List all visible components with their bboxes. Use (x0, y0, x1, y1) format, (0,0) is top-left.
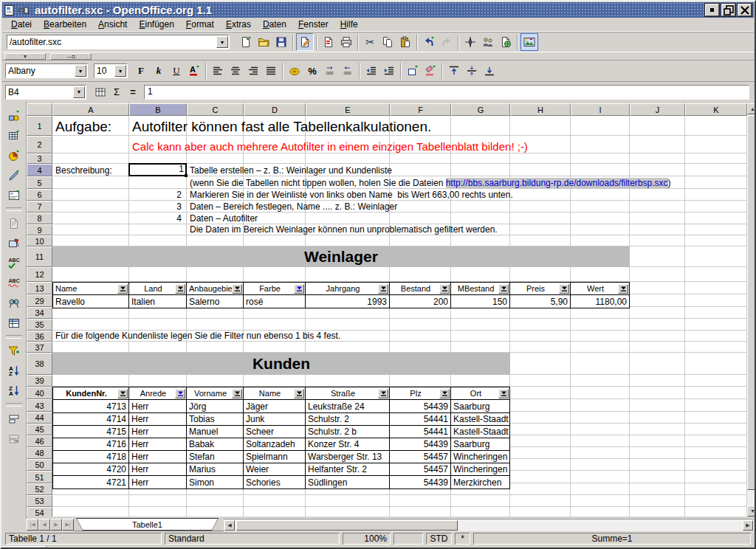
row-header-12[interactable]: 12 (27, 267, 52, 282)
autofilter-dropdown-icon[interactable] (294, 284, 304, 294)
table-cell[interactable]: Wincheringen (450, 463, 510, 476)
cut-icon[interactable]: ✂ (361, 33, 379, 51)
del-decimal-icon[interactable]: .000 (339, 62, 357, 80)
table-cell[interactable]: Herr (128, 450, 187, 463)
menu-hilfe[interactable]: Hilfe (334, 18, 364, 31)
autofilter-dropdown-icon[interactable] (378, 389, 388, 398)
copy-icon[interactable] (379, 33, 396, 51)
web-document-icon[interactable] (497, 33, 515, 51)
menu-format[interactable]: Format (180, 18, 220, 31)
autofilter-dropdown-icon[interactable] (559, 284, 569, 294)
menu-einfgen[interactable]: Einfügen (133, 18, 179, 31)
table-cell[interactable]: 200 (389, 294, 451, 308)
table-cell[interactable]: 4716 (52, 438, 129, 451)
align-right-icon[interactable] (244, 62, 262, 80)
decrease-indent-icon[interactable] (362, 62, 380, 80)
table-cell[interactable]: rosé (243, 294, 306, 308)
last-sheet-icon[interactable]: ▶| (62, 519, 74, 531)
draw-functions-icon[interactable] (4, 166, 24, 184)
first-sheet-icon[interactable]: |◀ (27, 519, 38, 531)
table-cell[interactable]: Konzer Str. 4 (305, 438, 390, 451)
column-header-E[interactable]: E (306, 103, 390, 116)
hyperlink[interactable]: http://bbs.saarburg.bildung-rp.de/downlo… (446, 178, 668, 188)
background-color-icon[interactable] (422, 62, 439, 80)
row-header-3[interactable]: 3 (27, 153, 52, 164)
table-cell[interactable]: 5,90 (509, 294, 571, 308)
row-header-8[interactable]: 8 (27, 213, 52, 224)
autofilter-dropdown-icon[interactable] (439, 284, 450, 294)
font-size-combobox[interactable]: 10 ▼ (94, 63, 128, 78)
print-icon[interactable] (337, 33, 355, 51)
resize-grip[interactable] (2, 546, 47, 549)
spellcheck-icon[interactable]: ABC (4, 254, 24, 272)
new-document-icon[interactable] (237, 33, 255, 51)
table-cell[interactable]: 54441 (389, 425, 451, 438)
borders-icon[interactable] (404, 62, 422, 80)
font-name-combobox[interactable]: Albany ▼ (5, 63, 88, 78)
column-header-A[interactable]: A (52, 103, 129, 116)
font-color-icon[interactable]: A (185, 62, 203, 80)
selected-cell-B4[interactable]: 1 (128, 163, 187, 176)
table-cell[interactable]: Saarburg (450, 399, 510, 413)
scroll-right-icon[interactable]: ▶ (743, 520, 753, 531)
export-pdf-icon[interactable] (320, 33, 337, 51)
table-cell[interactable]: Schulstr. 2 (305, 412, 390, 426)
name-box-dropdown-icon[interactable]: ▼ (73, 86, 85, 98)
font-name-value[interactable]: Albany (6, 66, 74, 76)
column-header-J[interactable]: J (630, 103, 685, 116)
form-controls-icon[interactable] (4, 186, 24, 204)
row-header-37[interactable]: 37 (27, 342, 52, 353)
title-bar[interactable]: autofilter.sxc - OpenOffice.org 1.1 (2, 2, 754, 18)
autofilter-dropdown-icon[interactable] (232, 389, 242, 398)
table-cell[interactable]: 4718 (52, 450, 129, 463)
row-header-34[interactable]: 34 (27, 307, 52, 319)
table-cell[interactable]: 54439 (389, 475, 451, 489)
table-cell[interactable]: Scheer (243, 425, 306, 438)
row-header-40[interactable]: 40 (27, 387, 52, 399)
table-cell[interactable]: Warsberger Str. 13 (305, 450, 390, 463)
increase-indent-icon[interactable] (380, 62, 398, 80)
sum-icon[interactable]: Σ (109, 85, 125, 100)
autofilter-dropdown-icon[interactable] (618, 284, 628, 294)
prev-sheet-icon[interactable]: ◀ (38, 519, 50, 531)
table-cell[interactable]: Marius (186, 463, 244, 476)
minimize-button[interactable] (705, 4, 719, 16)
url-dropdown-icon[interactable]: ▼ (216, 36, 228, 48)
choose-themes-icon[interactable] (4, 234, 24, 252)
autofilter-dropdown-icon[interactable] (175, 389, 185, 398)
autofilter-dropdown-icon[interactable] (117, 389, 128, 398)
table-cell[interactable]: 54441 (389, 412, 451, 426)
autospellcheck-icon[interactable]: ABC (4, 274, 24, 292)
toolbar-grip-pin[interactable]: —◘ (50, 53, 92, 60)
formula-input[interactable]: 1 (144, 85, 749, 100)
column-header-I[interactable]: I (571, 103, 630, 116)
column-header-F[interactable]: F (390, 103, 451, 116)
insert-object-icon[interactable] (4, 106, 24, 125)
row-header-9[interactable]: 9 (27, 224, 52, 235)
column-header-B[interactable]: B (129, 103, 187, 116)
autofilter-dropdown-icon[interactable] (294, 389, 304, 398)
url-combobox[interactable]: /autofilter.sxc ▼ (7, 35, 230, 49)
autofilter-dropdown-icon[interactable] (498, 389, 509, 398)
menu-fenster[interactable]: Fenster (292, 18, 334, 31)
table-cell[interactable]: 4714 (52, 412, 129, 426)
row-header-43[interactable]: 43 (27, 399, 52, 412)
align-bottom-icon[interactable] (481, 62, 498, 80)
undo-icon[interactable] (420, 33, 438, 51)
menu-ansicht[interactable]: Ansicht (92, 18, 133, 31)
table-cell[interactable]: Herr (128, 438, 187, 451)
data-sources-icon[interactable] (479, 33, 497, 51)
table-cell[interactable]: 4720 (52, 463, 129, 476)
table-cell[interactable]: 4721 (52, 475, 129, 489)
table-cell[interactable]: Schories (243, 475, 306, 489)
column-header-K[interactable]: K (685, 103, 747, 116)
row-header-45[interactable]: 45 (27, 424, 52, 435)
table-cell[interactable]: Stefan (186, 450, 244, 463)
scroll-left-icon[interactable]: ◀ (224, 520, 235, 531)
sort-ascending-icon[interactable]: AZ (4, 362, 24, 380)
align-center-icon[interactable] (227, 62, 244, 80)
autofilter-dropdown-icon[interactable] (439, 389, 450, 398)
row-header-44[interactable]: 44 (27, 412, 52, 424)
autofilter-dropdown-icon[interactable] (498, 284, 509, 294)
table-cell[interactable]: Südlingen (305, 475, 390, 489)
